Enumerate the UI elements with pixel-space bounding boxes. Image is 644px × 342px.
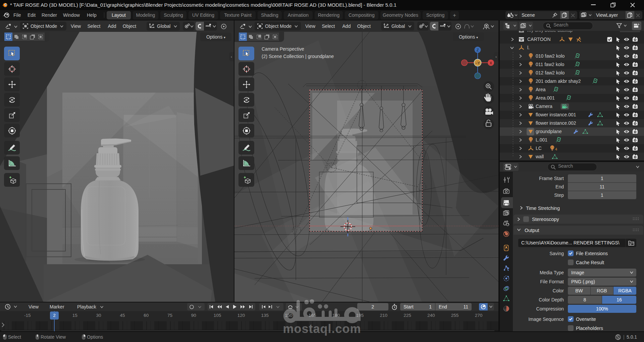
svg-text:X: X xyxy=(490,61,492,65)
svg-text:mostaql.com: mostaql.com xyxy=(283,322,361,336)
svg-text:Z: Z xyxy=(477,48,479,52)
svg-text:−Y: −Y xyxy=(475,61,480,65)
